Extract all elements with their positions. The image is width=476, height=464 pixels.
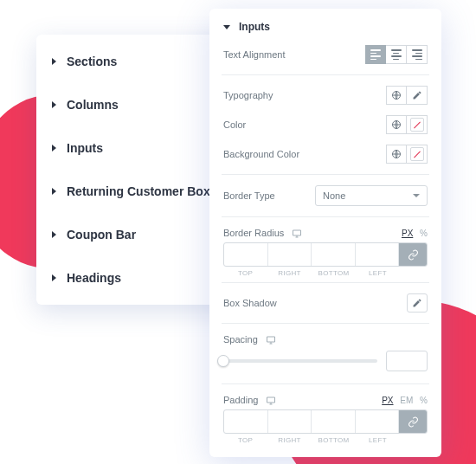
link-icon [408,249,419,261]
caret-right-icon [52,101,56,108]
divider [222,282,429,283]
globe-button[interactable] [386,86,407,105]
row-spacing-header: Spacing [223,334,428,345]
border-radius-top[interactable] [224,243,268,266]
row-padding-header: Padding PX EM % [223,395,428,406]
text-align-group [365,45,428,64]
align-center-button[interactable] [386,45,407,64]
border-radius-right[interactable] [268,243,312,266]
color-swatch-icon [410,118,424,132]
divider [222,74,429,75]
unit-px[interactable]: PX [402,229,413,238]
align-left-button[interactable] [365,45,386,64]
link-values-button[interactable] [399,243,427,266]
padding-right[interactable] [268,410,312,433]
row-color: Color [223,115,428,134]
align-left-icon [370,49,381,60]
caret-right-icon [52,231,56,238]
divider [222,174,429,175]
border-radius-left[interactable] [356,243,400,266]
bgcolor-controls [386,145,428,164]
responsive-button[interactable] [286,228,302,238]
spacing-value-input[interactable] [386,351,428,371]
spacing-slider-row [223,351,428,371]
label-box-shadow: Box Shadow [223,298,277,308]
accordion-label: Inputs [67,141,103,155]
pencil-icon [412,298,422,308]
unit-pct[interactable]: % [420,229,428,238]
divider [222,216,429,217]
unit-em[interactable]: EM [400,396,413,405]
row-border-type: Border Type None [223,185,428,206]
pencil-icon [412,90,422,100]
divider [222,323,429,324]
divider [222,383,429,384]
align-right-icon [412,49,422,60]
accordion-label: Sections [67,55,117,68]
typography-controls [386,86,428,105]
monitor-icon [266,396,276,406]
label-border-type: Border Type [223,190,275,201]
row-text-alignment: Text Alignment [223,45,428,64]
border-radius-bottom[interactable] [312,243,356,266]
caret-right-icon [52,274,56,281]
border-radius-units: PX % [397,229,428,238]
accordion-label: Columns [67,98,119,112]
unit-pct[interactable]: % [420,396,428,405]
row-box-shadow: Box Shadow [223,293,428,313]
unit-px[interactable]: PX [382,396,393,405]
caret-right-icon [52,145,56,151]
globe-icon [391,90,402,100]
accordion-label: Coupon Bar [67,228,136,242]
row-bg-color: Background Color [223,145,428,164]
style-panel: Inputs Text Alignment Typography [209,9,441,457]
row-border-radius-header: Border Radius PX % [223,228,428,239]
chevron-down-icon [413,194,420,197]
globe-icon [391,149,402,159]
monitor-icon [266,335,276,345]
border-type-select[interactable]: None [315,185,428,206]
color-swatch-button[interactable] [407,115,428,134]
panel-section-toggle[interactable]: Inputs [223,21,428,33]
globe-button[interactable] [386,145,407,164]
border-radius-sublabels: TOP RIGHT BOTTOM LEFT [223,269,428,277]
responsive-button[interactable] [261,334,276,345]
border-type-value: None [323,190,345,201]
color-swatch-icon [410,147,424,161]
monitor-icon [292,229,302,239]
padding-inputs [223,409,428,434]
caret-right-icon [52,188,56,195]
panel-title: Inputs [239,21,270,33]
globe-icon [391,119,402,130]
edit-button[interactable] [407,86,428,105]
row-typography: Typography [223,86,428,105]
padding-top[interactable] [224,410,268,433]
link-icon [408,416,419,428]
padding-left[interactable] [356,410,400,433]
accordion-label: Returning Customer Box [67,184,210,198]
padding-units: PX EM % [377,396,428,405]
label-bg-color: Background Color [223,149,299,159]
align-right-button[interactable] [407,45,428,64]
responsive-button[interactable] [261,395,276,405]
label-border-radius: Border Radius [223,228,302,239]
label-typography: Typography [223,90,273,100]
caret-right-icon [52,58,56,65]
padding-bottom[interactable] [312,410,356,433]
label-padding: Padding [223,395,276,406]
label-text-alignment: Text Alignment [223,49,286,60]
align-center-icon [391,49,402,60]
chevron-down-icon [223,25,230,29]
label-color: Color [223,119,246,130]
padding-sublabels: TOP RIGHT BOTTOM LEFT [223,436,428,444]
bgcolor-swatch-button[interactable] [407,145,428,164]
box-shadow-edit-button[interactable] [407,293,428,313]
accordion-label: Headings [67,271,121,285]
color-controls [386,115,428,134]
label-spacing: Spacing [223,334,276,345]
spacing-slider[interactable] [223,359,377,363]
link-values-button[interactable] [399,410,427,433]
border-radius-inputs [223,242,428,267]
globe-button[interactable] [386,115,407,134]
spacing-slider-thumb[interactable] [217,355,229,367]
